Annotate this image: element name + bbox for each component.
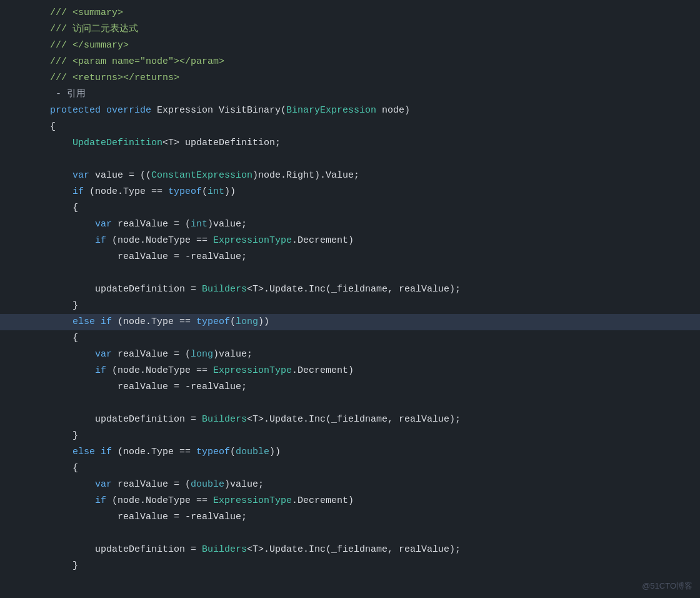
- code-token: realValue = (: [112, 477, 191, 492]
- code-token: summary: [78, 6, 118, 21]
- code-token: }: [50, 428, 78, 443]
- code-token: <T> updateDefinition;: [162, 136, 281, 151]
- watermark: @51CTO博客: [642, 580, 692, 593]
- code-line: if (node.NodeType == ExpressionType.Decr…: [0, 233, 700, 249]
- code-token: {: [50, 119, 56, 134]
- code-token: var: [50, 477, 112, 492]
- code-token: long: [236, 315, 258, 330]
- code-line: else if (node.Type == typeof(long)): [0, 314, 700, 330]
- code-token: )node.Right).Value;: [252, 168, 359, 183]
- code-token: {: [50, 201, 78, 216]
- code-token: updateDefinition =: [50, 542, 202, 557]
- code-token: ></: [118, 71, 134, 86]
- code-token: /// <: [50, 71, 78, 86]
- code-token: )value;: [224, 477, 264, 492]
- code-token: }: [50, 298, 78, 313]
- code-line: UpdateDefinition<T> updateDefinition;: [0, 135, 700, 151]
- code-line: [0, 151, 700, 168]
- code-line: realValue = -realValue;: [0, 509, 700, 525]
- code-line: realValue = -realValue;: [0, 379, 700, 395]
- code-token: realValue = -realValue;: [50, 380, 247, 395]
- code-token: (: [230, 445, 236, 460]
- code-token: realValue = (: [112, 347, 191, 362]
- code-token: realValue = -realValue;: [50, 510, 247, 525]
- code-line: updateDefinition = Builders<T>.Update.In…: [0, 542, 700, 558]
- code-line: [0, 265, 700, 281]
- code-token: BinaryExpression: [286, 103, 376, 118]
- code-token: VisitBinary(: [213, 103, 286, 118]
- code-token: <T>.Update.Inc(_fieldname, realValue);: [247, 282, 461, 297]
- code-line: /// <param name="node"></param>: [0, 54, 700, 70]
- code-token: {: [50, 331, 78, 346]
- code-token: ExpressionType: [213, 233, 292, 248]
- code-token: var: [50, 347, 112, 362]
- code-token: else: [50, 315, 95, 330]
- code-line: updateDefinition = Builders<T>.Update.In…: [0, 412, 700, 428]
- code-token: .Decrement): [292, 233, 354, 248]
- code-token: ExpressionType: [213, 494, 292, 509]
- code-token: - 引用: [50, 87, 86, 102]
- code-line: else if (node.Type == typeof(double)): [0, 444, 700, 460]
- code-token: if: [95, 445, 112, 460]
- code-line: {: [0, 460, 700, 477]
- code-token: int: [191, 217, 208, 232]
- code-token: (node.Type ==: [112, 315, 196, 330]
- code-line: /// <returns></returns>: [0, 70, 700, 86]
- code-token: protected: [50, 103, 101, 118]
- code-token: if: [50, 185, 84, 200]
- code-line: if (node.Type == typeof(int)): [0, 184, 700, 200]
- code-token: Builders: [202, 412, 247, 427]
- code-token: /// 访问二元表达式: [50, 22, 138, 37]
- code-line: {: [0, 119, 700, 135]
- code-line: if (node.NodeType == ExpressionType.Decr…: [0, 493, 700, 509]
- code-token: /// </: [50, 38, 84, 53]
- code-line: var value = ((ConstantExpression)node.Ri…: [0, 168, 700, 184]
- code-line: {: [0, 200, 700, 216]
- code-line: }: [0, 298, 700, 314]
- code-token: realValue = (: [112, 217, 191, 232]
- code-line: }: [0, 428, 700, 444]
- code-token: double: [236, 445, 269, 460]
- code-token: [50, 136, 72, 151]
- code-token: (node.Type ==: [84, 185, 168, 200]
- code-token: updateDefinition =: [50, 412, 202, 427]
- code-token: Builders: [202, 542, 247, 557]
- code-token: ></: [174, 54, 191, 69]
- code-token: "node": [140, 54, 174, 69]
- code-line: if (node.NodeType == ExpressionType.Decr…: [0, 363, 700, 379]
- code-line: realValue = -realValue;: [0, 249, 700, 265]
- code-token: ExpressionType: [213, 363, 292, 378]
- code-token: typeof: [196, 445, 230, 460]
- code-token: (node.NodeType ==: [106, 233, 213, 248]
- code-token: if: [50, 233, 106, 248]
- code-token: typeof: [168, 185, 202, 200]
- code-token: {: [50, 461, 78, 476]
- code-line: var realValue = (double)value;: [0, 477, 700, 493]
- code-token: else: [50, 445, 95, 460]
- code-token: Expression: [157, 103, 213, 118]
- code-token: (: [230, 315, 236, 330]
- code-line: /// 访问二元表达式: [0, 21, 700, 38]
- code-token: )value;: [208, 217, 247, 232]
- code-token: >: [118, 6, 123, 21]
- code-token: returns: [78, 71, 118, 86]
- code-line: [0, 395, 700, 412]
- code-token: var: [50, 168, 89, 183]
- code-token: Builders: [202, 282, 247, 297]
- code-token: typeof: [196, 315, 230, 330]
- code-token: realValue = -realValue;: [50, 250, 247, 265]
- code-token: if: [50, 363, 106, 378]
- code-token: >: [123, 38, 129, 53]
- code-token: .Decrement): [292, 363, 354, 378]
- code-token: if: [95, 315, 112, 330]
- code-token: /// <: [50, 54, 78, 69]
- code-token: >: [174, 71, 179, 86]
- code-token: UpdateDefinition: [72, 136, 162, 151]
- code-editor: /// <summary>/// 访问二元表达式/// </summary>//…: [0, 0, 700, 579]
- code-token: updateDefinition =: [50, 282, 202, 297]
- code-token: double: [191, 477, 224, 492]
- code-token: <T>.Update.Inc(_fieldname, realValue);: [247, 412, 461, 427]
- code-token: >: [219, 54, 224, 69]
- code-token: int: [208, 185, 224, 200]
- code-token: )): [258, 315, 269, 330]
